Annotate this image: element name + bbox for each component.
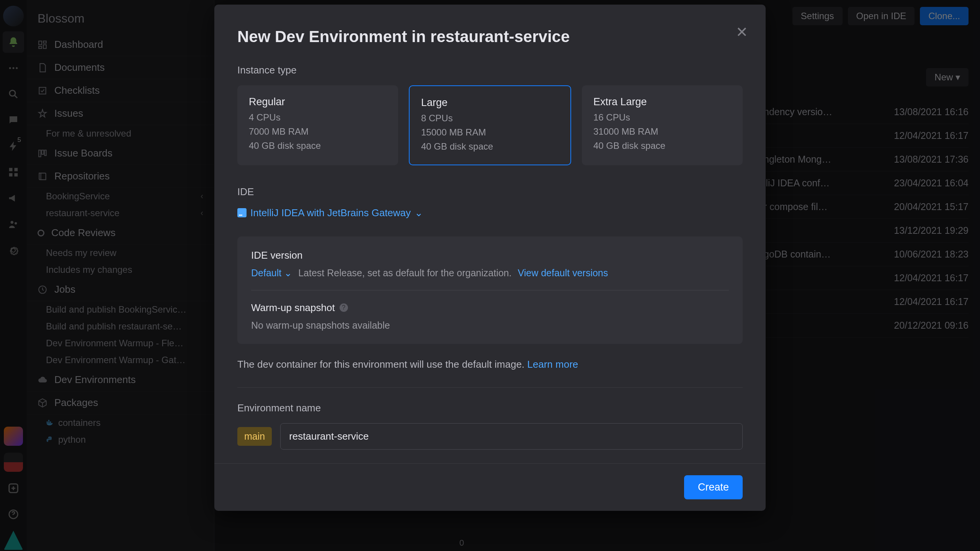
view-versions-link[interactable]: View default versions	[518, 267, 608, 279]
help-icon[interactable]: ?	[340, 303, 348, 312]
note-text: The dev container for this environment w…	[237, 359, 524, 370]
label: Default	[251, 267, 281, 278]
close-icon[interactable]: ✕	[736, 24, 748, 41]
ide-label: IDE	[237, 186, 743, 198]
warmup-label: Warm-up snapshot	[251, 302, 335, 314]
learn-more-link[interactable]: Learn more	[527, 359, 578, 370]
label: Large	[421, 97, 559, 109]
disk: 40 GB disk space	[593, 139, 731, 153]
intellij-icon	[237, 208, 247, 217]
disk: 40 GB disk space	[249, 139, 387, 153]
ide-version-desc: Latest Release, set as default for the o…	[298, 267, 511, 279]
ram: 15000 MB RAM	[421, 125, 559, 139]
create-button[interactable]: Create	[684, 475, 743, 499]
instance-type-options: Regular 4 CPUs 7000 MB RAM 40 GB disk sp…	[237, 85, 743, 165]
env-name-label: Environment name	[237, 402, 743, 414]
env-name-input[interactable]	[280, 423, 743, 450]
new-dev-env-modal: ✕ New Dev Environment in restaurant-serv…	[214, 5, 766, 511]
ide-panel: IDE version Default ⌄ Latest Release, se…	[237, 236, 743, 344]
disk: 40 GB disk space	[421, 139, 559, 153]
svg-rect-25	[237, 208, 247, 217]
cpu: 8 CPUs	[421, 111, 559, 125]
label: Extra Large	[593, 96, 731, 108]
instance-type-label: Instance type	[237, 64, 743, 76]
ram: 31000 MB RAM	[593, 124, 731, 139]
branch-tag[interactable]: main	[237, 427, 272, 446]
label: IntelliJ IDEA with JetBrains Gateway	[250, 207, 411, 219]
instance-regular[interactable]: Regular 4 CPUs 7000 MB RAM 40 GB disk sp…	[237, 85, 398, 165]
chevron-down-icon: ⌄	[415, 207, 423, 219]
cpu: 4 CPUs	[249, 110, 387, 124]
ide-version-dropdown[interactable]: Default ⌄	[251, 267, 292, 279]
ram: 7000 MB RAM	[249, 124, 387, 139]
label: Regular	[249, 96, 387, 108]
instance-extra-large[interactable]: Extra Large 16 CPUs 31000 MB RAM 40 GB d…	[582, 85, 743, 165]
ide-version-label: IDE version	[251, 249, 729, 261]
svg-rect-26	[239, 215, 242, 216]
instance-large[interactable]: Large 8 CPUs 15000 MB RAM 40 GB disk spa…	[409, 85, 571, 165]
modal-title: New Dev Environment in restaurant-servic…	[237, 28, 743, 46]
chevron-down-icon: ⌄	[284, 267, 292, 278]
dev-container-note: The dev container for this environment w…	[237, 359, 743, 370]
ide-selector[interactable]: IntelliJ IDEA with JetBrains Gateway ⌄	[237, 207, 743, 219]
cpu: 16 CPUs	[593, 110, 731, 124]
warmup-status: No warm-up snapshots available	[251, 320, 390, 331]
